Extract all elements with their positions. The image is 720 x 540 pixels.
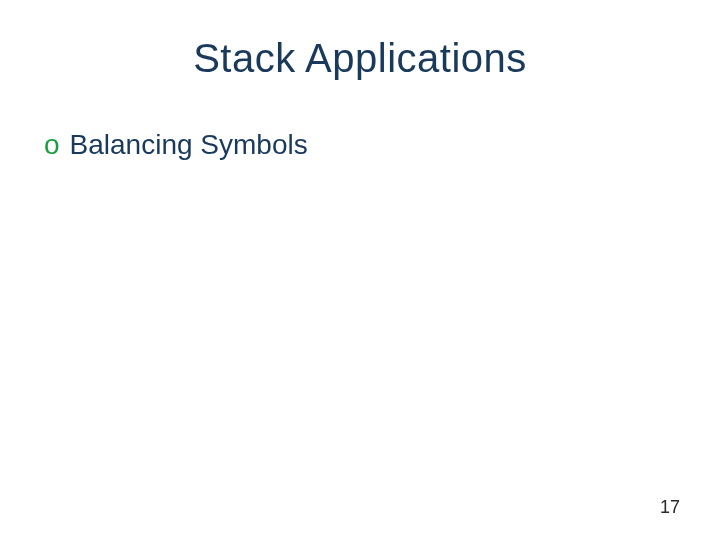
slide-title: Stack Applications: [40, 36, 680, 81]
list-item: o Balancing Symbols: [44, 129, 680, 161]
bullet-text: Balancing Symbols: [70, 129, 308, 161]
slide: Stack Applications o Balancing Symbols 1…: [0, 0, 720, 540]
page-number: 17: [660, 497, 680, 518]
bullet-list: o Balancing Symbols: [40, 129, 680, 161]
bullet-marker: o: [44, 131, 60, 159]
